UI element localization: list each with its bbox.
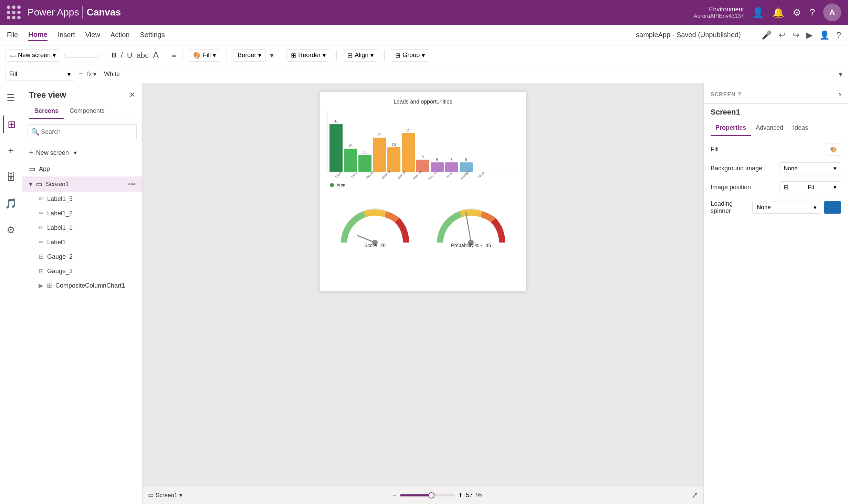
tree-item-chart1[interactable]: ▶ ⊞ CompositeColumnChart1: [22, 278, 142, 293]
fullscreen-button[interactable]: ⤢: [692, 491, 698, 500]
zoom-in-button[interactable]: +: [459, 491, 463, 499]
avatar[interactable]: A: [823, 3, 841, 21]
bar-newyork-rect: [416, 160, 429, 172]
collapse-icon-chart[interactable]: ▶: [39, 282, 43, 289]
expand-formula-icon[interactable]: ▾: [839, 70, 842, 79]
border-button[interactable]: Border ▾: [233, 49, 266, 62]
spinner-dropdown[interactable]: None ▾: [752, 202, 821, 214]
help-icon[interactable]: ?: [837, 30, 841, 40]
tab-properties[interactable]: Properties: [711, 121, 751, 136]
svg-line-0: [358, 236, 375, 243]
screen-selector[interactable]: ▭ Screen1 ▾: [148, 492, 182, 499]
redo-icon[interactable]: ↪: [793, 30, 799, 40]
person-icon[interactable]: 👤: [752, 7, 764, 18]
zoom-out-button[interactable]: −: [392, 491, 397, 499]
spinner-color-button[interactable]: [824, 201, 841, 214]
props-tabs: Properties Advanced Ideas: [704, 121, 848, 136]
italic-button[interactable]: /: [121, 51, 123, 60]
menu-settings[interactable]: Settings: [140, 30, 165, 40]
align-button[interactable]: ≡: [171, 51, 176, 60]
fill-color-button[interactable]: 🎨: [826, 143, 841, 156]
tree-item-label1[interactable]: ✏ Label1: [22, 235, 142, 249]
zoom-slider-thumb[interactable]: [428, 492, 435, 498]
notification-icon[interactable]: 🔔: [772, 7, 784, 18]
tree-close-button[interactable]: ✕: [129, 90, 135, 99]
tree-items: ▭ App ▾ ▭ Screen1 ••• ✏ Label1_3 ✏ Label…: [22, 161, 142, 504]
help-icon[interactable]: ?: [809, 7, 815, 18]
bar-tokyo: 6: [460, 158, 473, 172]
group-button[interactable]: ⊞ Group ▾: [391, 49, 429, 62]
tree-item-label1-2[interactable]: ✏ Label1_2: [22, 206, 142, 221]
new-screen-button[interactable]: ▭ New screen ▾: [6, 49, 60, 62]
expand-props-icon[interactable]: ›: [839, 90, 841, 99]
menu-view[interactable]: View: [85, 30, 100, 40]
person-icon[interactable]: 👤: [819, 30, 830, 40]
tab-screens[interactable]: Screens: [29, 104, 64, 119]
layers-icon[interactable]: ⊞: [3, 115, 19, 133]
tree-item-gauge3[interactable]: ⊞ Gauge_3: [22, 264, 142, 278]
expand-icon[interactable]: ▾: [270, 51, 274, 60]
tab-ideas[interactable]: Ideas: [788, 121, 813, 136]
screen-icon-bottom: ▭: [148, 492, 154, 499]
tree-item-app[interactable]: ▭ App: [22, 161, 142, 176]
tree-item-label1-3[interactable]: ✏ Label1_3: [22, 192, 142, 206]
tree-item-gauge2[interactable]: ⊞ Gauge_2: [22, 249, 142, 264]
property-dropdown[interactable]: Fill ▾: [6, 68, 74, 81]
tab-advanced[interactable]: Advanced: [751, 121, 788, 136]
font-style-dropdown[interactable]: [64, 53, 99, 58]
chevron-down-icon: ▾: [53, 52, 56, 59]
reorder-button[interactable]: ⊞ Reorder ▾: [286, 49, 330, 62]
expand-icon-screen1[interactable]: ▾: [29, 180, 32, 188]
tree-item-label1-1[interactable]: ✏ Label1_1: [22, 221, 142, 235]
fx-button[interactable]: fx ▾: [87, 71, 96, 78]
tab-components[interactable]: Components: [64, 104, 110, 119]
menu-insert[interactable]: Insert: [58, 30, 75, 40]
menu-file[interactable]: File: [7, 30, 18, 40]
search-input[interactable]: [28, 124, 137, 139]
bold-button[interactable]: B: [112, 51, 116, 59]
properties-panel: SCREEN ? › Screen1 Properties Advanced I…: [703, 83, 848, 504]
help-icon-props[interactable]: ?: [738, 92, 742, 98]
canvas-frame[interactable]: Leads and opportunities 31 15: [320, 92, 526, 291]
bg-image-dropdown[interactable]: None ▾: [779, 162, 841, 174]
toolbar-separator-1: [105, 50, 105, 61]
nav-icon[interactable]: ☰: [3, 89, 19, 107]
chevron-down-icon-screen: ▾: [179, 492, 182, 499]
border-label: Border: [238, 52, 256, 59]
undo-icon[interactable]: ↩: [779, 30, 786, 40]
data-icon[interactable]: 🗄: [3, 168, 19, 186]
play-icon[interactable]: ▶: [806, 30, 813, 40]
microphone-icon[interactable]: 🎤: [762, 30, 772, 40]
image-pos-dropdown[interactable]: ⊟ Fit ▾: [779, 181, 841, 193]
components-icon[interactable]: ⚙: [3, 221, 19, 239]
underline-button[interactable]: U: [127, 51, 133, 60]
align-btn[interactable]: ⊟ Align ▾: [343, 49, 378, 62]
font-button[interactable]: A: [153, 50, 159, 61]
new-screen-button[interactable]: + New screen ▾: [22, 144, 142, 161]
bar-chart: 31 15 11: [327, 110, 519, 172]
tree-item-screen1[interactable]: ▾ ▭ Screen1 •••: [22, 176, 142, 192]
chevron-down-icon-spinner: ▾: [814, 204, 817, 211]
props-title: Screen1: [704, 104, 848, 121]
media-icon[interactable]: 🎵: [1, 194, 20, 213]
settings-icon[interactable]: ⚙: [793, 7, 801, 18]
gauge-icon-3: ⊞: [39, 267, 44, 275]
canvas-scroll[interactable]: Leads and opportunities 31 15: [143, 83, 703, 486]
zoom-slider-container[interactable]: [400, 494, 455, 496]
menu-action[interactable]: Action: [111, 30, 130, 40]
gauge2-label: Probability % - 45: [451, 243, 491, 248]
waffle-menu[interactable]: [7, 6, 21, 19]
more-options-icon[interactable]: •••: [128, 180, 135, 188]
reorder-icon: ⊞: [291, 52, 296, 59]
formula-value[interactable]: White: [101, 71, 835, 78]
add-icon[interactable]: +: [4, 142, 17, 160]
chevron-down-icon-align: ▾: [370, 52, 374, 59]
zoom-slider[interactable]: [400, 494, 455, 496]
strikethrough-button[interactable]: abc: [137, 51, 149, 60]
menu-home[interactable]: Home: [28, 29, 48, 41]
top-nav-right: Environment AuroraAPIEnv43137 👤 🔔 ⚙ ? A: [694, 3, 841, 21]
props-body: Fill 🎨 Background image None ▾ Image pos…: [704, 136, 848, 222]
fill-button[interactable]: 🎨 Fill ▾: [189, 49, 220, 62]
tree-header: Tree view ✕: [22, 83, 142, 100]
group-label: Group: [402, 52, 420, 59]
